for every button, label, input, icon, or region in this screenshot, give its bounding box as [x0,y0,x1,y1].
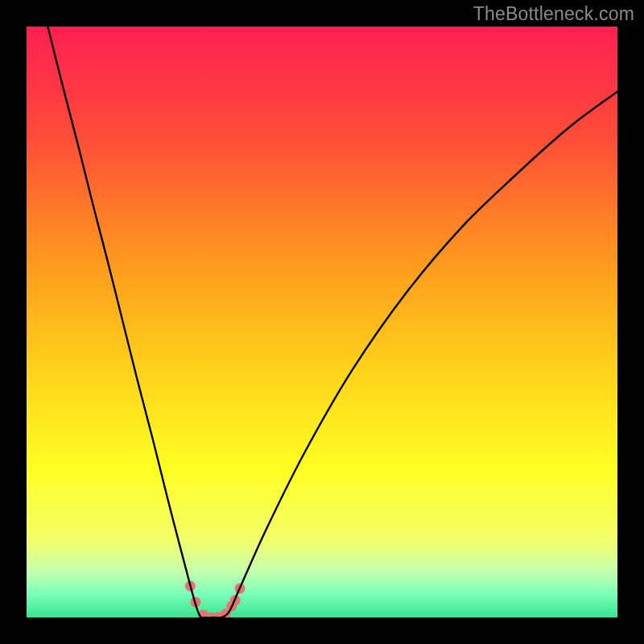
plot-area [27,27,617,617]
watermark-text: TheBottleneck.com [473,3,634,25]
curves-layer [27,27,617,617]
chart-container: TheBottleneck.com [0,0,644,644]
bottleneck-curve [47,27,617,617]
